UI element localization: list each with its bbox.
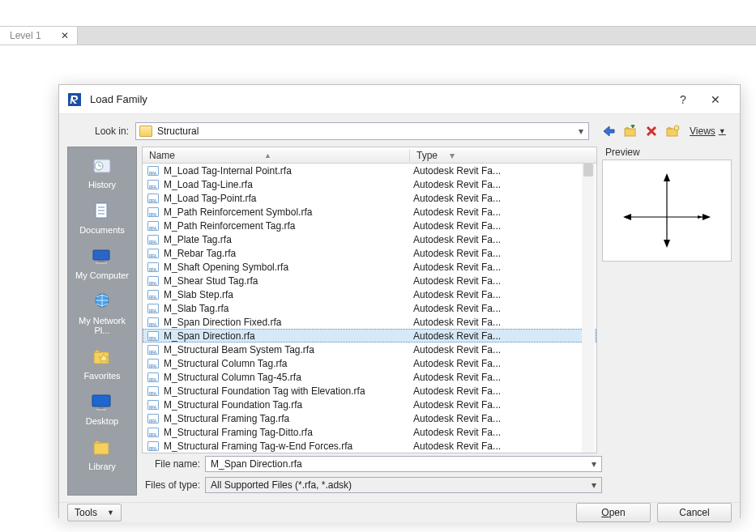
- scrollbar-thumb[interactable]: [583, 164, 593, 177]
- file-type: Autodesk Revit Fa...: [413, 303, 501, 314]
- file-type: Autodesk Revit Fa...: [413, 399, 501, 411]
- places-item-favorites[interactable]: Favorites: [70, 343, 134, 387]
- scrollbar[interactable]: [582, 164, 595, 453]
- tools-button[interactable]: Tools ▼: [67, 504, 122, 521]
- file-name: M_Structural Beam System Tag.rfa: [164, 344, 413, 355]
- file-row[interactable]: M_Load Tag-Line.rfaAutodesk Revit Fa...: [143, 177, 596, 191]
- filetype-combobox[interactable]: All Supported Files (*.rfa, *.adsk) ▾: [205, 477, 602, 493]
- file-row[interactable]: M_Path Reinforcement Tag.rfaAutodesk Rev…: [143, 219, 596, 232]
- file-row[interactable]: M_Structural Column Tag.rfaAutodesk Revi…: [143, 356, 596, 370]
- new-folder-icon[interactable]: [664, 122, 681, 140]
- file-row[interactable]: M_Structural Beam System Tag.rfaAutodesk…: [143, 343, 596, 356]
- svg-marker-22: [664, 173, 670, 181]
- load-family-dialog: Load Family ? ✕ Look in: Structural ▾: [58, 84, 741, 518]
- filename-row: File name: M_Span Direction.rfa ▾: [142, 453, 732, 475]
- file-name: M_Path Reinforcement Symbol.rfa: [164, 206, 413, 218]
- filename-input[interactable]: M_Span Direction.rfa ▾: [205, 456, 602, 472]
- file-name: M_Structural Framing Tag-Ditto.rfa: [164, 427, 413, 438]
- svg-rect-12: [96, 262, 107, 264]
- rfa-file-icon: [147, 414, 159, 423]
- file-row[interactable]: M_Structural Framing Tag-Ditto.rfaAutode…: [143, 425, 596, 439]
- file-row[interactable]: M_Structural Framing Tag-w-End Forces.rf…: [143, 439, 596, 453]
- places-item-history[interactable]: History: [70, 152, 134, 196]
- file-type: Autodesk Revit Fa...: [413, 165, 501, 177]
- file-row[interactable]: M_Span Direction.rfaAutodesk Revit Fa...: [143, 329, 596, 343]
- list-body[interactable]: M_Load Tag-Internal Point.rfaAutodesk Re…: [143, 164, 596, 453]
- help-button[interactable]: ?: [667, 85, 699, 114]
- places-item-desktop[interactable]: Desktop: [70, 389, 134, 432]
- file-type: Autodesk Revit Fa...: [413, 193, 501, 204]
- document-tab[interactable]: Level 1 ✕: [0, 27, 78, 45]
- places-item-label: Library: [70, 462, 134, 471]
- column-name-header[interactable]: Name ▲ ▾: [143, 150, 410, 161]
- file-type: Autodesk Revit Fa...: [413, 372, 501, 383]
- svg-marker-23: [664, 240, 670, 248]
- file-name: M_Load Tag-Internal Point.rfa: [164, 165, 413, 177]
- file-name: M_Structural Framing Tag.rfa: [164, 413, 413, 424]
- views-label: Views: [690, 126, 715, 137]
- open-button[interactable]: Open: [576, 503, 651, 522]
- file-name: M_Shaft Opening Symbol.rfa: [164, 262, 413, 273]
- file-row[interactable]: M_Shaft Opening Symbol.rfaAutodesk Revit…: [143, 260, 596, 274]
- file-name: M_Shear Stud Tag.rfa: [164, 275, 413, 287]
- file-name: M_Structural Framing Tag-w-End Forces.rf…: [164, 440, 413, 452]
- file-name: M_Span Direction.rfa: [164, 330, 413, 342]
- places-item-mycomputer[interactable]: My Computer: [70, 243, 134, 287]
- file-row[interactable]: M_Structural Foundation Tag with Elevati…: [143, 384, 596, 398]
- file-type: Autodesk Revit Fa...: [413, 220, 501, 232]
- close-icon[interactable]: ✕: [61, 30, 69, 41]
- library-icon: [90, 437, 114, 458]
- places-item-library[interactable]: Library: [70, 434, 134, 478]
- svg-marker-24: [623, 214, 631, 220]
- lookin-combobox[interactable]: Structural ▾: [135, 122, 589, 140]
- places-item-label: History: [70, 180, 134, 189]
- places-item-documents[interactable]: Documents: [70, 198, 134, 241]
- rfa-file-icon: [147, 441, 159, 451]
- svg-marker-26: [698, 215, 703, 219]
- svg-rect-16: [92, 395, 110, 406]
- places-item-network[interactable]: My Network Pl...: [70, 288, 134, 342]
- rfa-file-icon: [147, 221, 159, 231]
- filetype-value: All Supported Files (*.rfa, *.adsk): [211, 479, 352, 491]
- rfa-file-icon: [147, 194, 159, 203]
- file-row[interactable]: M_Structural Foundation Tag.rfaAutodesk …: [143, 398, 596, 411]
- file-row[interactable]: M_Shear Stud Tag.rfaAutodesk Revit Fa...: [143, 274, 596, 287]
- file-row[interactable]: M_Structural Column Tag-45.rfaAutodesk R…: [143, 370, 596, 384]
- file-name: M_Load Tag-Line.rfa: [164, 179, 413, 190]
- preview-label: Preview: [605, 147, 732, 158]
- file-row[interactable]: M_Slab Tag.rfaAutodesk Revit Fa...: [143, 301, 596, 315]
- file-row[interactable]: M_Span Direction Fixed.rfaAutodesk Revit…: [143, 315, 596, 329]
- dialog-body: Look in: Structural ▾: [59, 114, 740, 502]
- chevron-down-icon: ▾: [587, 478, 601, 492]
- chevron-down-icon: ▾: [574, 123, 588, 139]
- views-menu[interactable]: Views ▼: [690, 126, 726, 137]
- file-row[interactable]: M_Load Tag-Point.rfaAutodesk Revit Fa...: [143, 191, 596, 205]
- places-bar: HistoryDocumentsMy ComputerMy Network Pl…: [67, 147, 137, 496]
- file-row[interactable]: M_Structural Framing Tag.rfaAutodesk Rev…: [143, 411, 596, 425]
- close-button[interactable]: ✕: [699, 85, 732, 114]
- file-type: Autodesk Revit Fa...: [413, 234, 501, 245]
- file-row[interactable]: M_Path Reinforcement Symbol.rfaAutodesk …: [143, 205, 596, 219]
- file-row[interactable]: M_Load Tag-Internal Point.rfaAutodesk Re…: [143, 164, 596, 177]
- file-row[interactable]: M_Plate Tag.rfaAutodesk Revit Fa...: [143, 232, 596, 246]
- up-folder-icon[interactable]: [621, 122, 639, 140]
- column-type-header[interactable]: Type: [410, 150, 596, 161]
- filename-label: File name:: [142, 458, 200, 470]
- chevron-down-icon: ▼: [107, 509, 114, 517]
- file-row[interactable]: M_Rebar Tag.rfaAutodesk Revit Fa...: [143, 246, 596, 260]
- rfa-file-icon: [147, 180, 159, 189]
- cancel-button[interactable]: Cancel: [657, 503, 732, 522]
- delete-icon[interactable]: [643, 122, 660, 140]
- rfa-file-icon: [147, 207, 159, 217]
- file-name: M_Structural Column Tag-45.rfa: [164, 372, 413, 383]
- titlebar: Load Family ? ✕: [59, 85, 740, 114]
- dialog-title: Load Family: [90, 93, 147, 105]
- back-icon[interactable]: [600, 122, 618, 140]
- file-type: Autodesk Revit Fa...: [413, 317, 501, 328]
- documents-icon: [90, 201, 114, 222]
- desktop-icon: [90, 392, 114, 413]
- rfa-file-icon: [147, 235, 159, 245]
- file-name: M_Slab Tag.rfa: [164, 303, 413, 314]
- rfa-file-icon: [147, 249, 159, 258]
- file-row[interactable]: M_Slab Step.rfaAutodesk Revit Fa...: [143, 287, 596, 301]
